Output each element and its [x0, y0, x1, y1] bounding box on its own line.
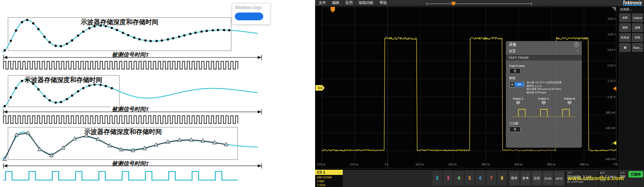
function-button-1[interactable]: 数学	[509, 171, 519, 185]
menu-item-5[interactable]: 帮助	[379, 0, 387, 6]
fastframe-info: 最大值 =72.727 k 使用当前设置帧时长:1.1 μs帧分辨率:160 p…	[527, 81, 578, 94]
voltage-label: 3.52 V	[597, 17, 616, 20]
tektronix-logo-accent	[623, 5, 642, 6]
fastframe-info-line: 帧时长:1.1 μs	[527, 85, 578, 88]
more-button[interactable]: More...	[632, 43, 643, 52]
oscilloscope-app: 文件编辑应用辅助功能帮助 Tektronix 3.52 V3.08 V2.64 …	[315, 0, 644, 187]
sidebar-button-4[interactable]: 搜索	[632, 23, 643, 32]
frame-marker-icon	[542, 101, 546, 105]
voltage-label: 1.76 V	[597, 79, 616, 82]
sidebar-button-5[interactable]: 结果表	[619, 33, 631, 42]
frames-preview: Frame 1Frame 2Frame N	[509, 97, 578, 105]
ime-tooltip-text: Windows logo	[235, 5, 268, 10]
menu-item-3[interactable]: 应用	[345, 0, 353, 6]
overview-right-cap	[531, 2, 532, 5]
voltage-label: 880 mV	[597, 111, 616, 114]
voltage-label: 440 mV	[597, 127, 616, 130]
memory-depth-diagram: 示波器存储深度和存储时间 被测信号时间T 示波器存储深度和存储时间 被测信号时间…	[0, 0, 272, 187]
function-button-4[interactable]: DVM	[543, 171, 553, 185]
menu-item-4[interactable]: 辅助功能	[359, 0, 373, 6]
frame-count-input[interactable]: ◆ 29	[509, 81, 524, 88]
trigger-label: 触发	[600, 171, 616, 175]
frame-column: Frame N	[564, 97, 575, 105]
time-label: -110 ns	[349, 163, 358, 166]
spinner-icon[interactable]: ◆	[510, 82, 515, 87]
watermark: www.cntronics.com	[568, 175, 624, 181]
overview-line	[426, 3, 532, 4]
ime-tooltip: Windows logo	[232, 3, 271, 25]
channel-2-button[interactable]: 2	[432, 171, 442, 185]
time-label: 440 ns	[514, 163, 523, 166]
panel2-title: 示波器存储深度和存储时间	[25, 76, 102, 84]
sidebar-button-3[interactable]: 测量	[619, 23, 631, 32]
menu-item-2[interactable]: 编辑	[332, 0, 339, 6]
ground-level-marker[interactable]	[613, 141, 616, 145]
panel3-sample-clock	[2, 168, 261, 184]
sidebar-button-6[interactable]: 绘图	[632, 33, 643, 42]
fastframe-section-header: FAST FRAME	[506, 55, 582, 60]
time-label: 550 ns	[547, 163, 556, 166]
expansion-point-icon[interactable]	[451, 2, 455, 6]
sidebar-button-1[interactable]: 光标	[619, 13, 631, 22]
channel1-name: Ch 1	[315, 170, 343, 175]
channel-buttons: 2345678	[432, 171, 507, 185]
voltage-label: 3.08 V	[597, 33, 616, 36]
fastframe-info-line: 帧分辨率:160 ps/pt (6.25 GS/s)	[527, 88, 578, 91]
help-icon[interactable]: ?	[574, 42, 579, 47]
menu-item-1[interactable]: 文件	[319, 0, 326, 6]
frame-count-value: 29	[515, 82, 524, 87]
trigger-level-marker[interactable]	[613, 86, 616, 91]
frame-name: Frame 1	[513, 97, 523, 100]
plots-icon-button[interactable]: ▦	[619, 43, 631, 52]
record-overview-bar[interactable]	[426, 1, 532, 6]
acquisition-label: 采集	[620, 171, 626, 175]
fastframe-toggle[interactable]: 关	[509, 68, 521, 74]
channel-3-button[interactable]: 3	[443, 171, 453, 185]
time-label: 110 ns	[415, 163, 423, 166]
summary-frame-label: 汇总帧	[509, 121, 578, 126]
panel2-sample-clock	[2, 114, 244, 126]
channel-5-button[interactable]: 5	[465, 171, 474, 185]
horizontal-label: 水平	[567, 171, 596, 175]
channel1-impedance: 1 MΩ	[317, 179, 341, 183]
panel1-title: 示波器存储深度和存储时间	[81, 18, 158, 26]
frame-marker-icon	[568, 101, 571, 105]
channel-7-button[interactable]: 7	[486, 171, 496, 185]
time-label: 330 ns	[481, 163, 490, 166]
frame-name: Frame N	[564, 97, 575, 100]
voltage-label: -440 mV	[597, 158, 616, 161]
overview-left-cap	[426, 2, 427, 5]
settings-row[interactable]: 设置 >	[509, 49, 579, 54]
chevron-right-icon: >	[577, 49, 579, 54]
frame-column: Frame 2	[538, 97, 549, 105]
dialog-title: 采集	[509, 42, 517, 48]
time-label: 0 s	[385, 163, 388, 166]
function-button-3[interactable]: 总线	[532, 171, 542, 185]
screenshot: 示波器存储深度和存储时间 被测信号时间T 示波器存储深度和存储时间 被测信号时间…	[0, 0, 644, 187]
fastframe-info-line: 最大值 =72.727 k 使用当前设置	[527, 81, 578, 85]
add-new-button[interactable]: 添加新...	[620, 7, 643, 12]
frames-preview-waveform	[511, 106, 577, 119]
channel1-badge[interactable]: Ch 1 440 mV/div 1 MΩ 1 GHz	[315, 170, 343, 187]
fastframe-info-line: 帧长度:6.875 kpts	[527, 91, 578, 95]
voltage-label: 1.32 V	[597, 95, 616, 98]
summary-frame-toggle[interactable]: 关	[509, 127, 521, 132]
function-button-5[interactable]: AFG	[554, 171, 564, 185]
triggered-button[interactable]: 已触发	[628, 171, 643, 177]
panel3-title: 示波器存储深度和存储时间	[84, 128, 162, 136]
channel1-scale: 440 mV/div	[317, 175, 341, 179]
time-label: -220 ns	[316, 163, 325, 166]
settings-label: 设置	[509, 49, 516, 54]
panel1-waveform	[2, 11, 261, 53]
channel-4-button[interactable]: 4	[454, 171, 464, 185]
function-button-2[interactable]: 参考	[521, 171, 530, 185]
channel-6-button[interactable]: 6	[476, 171, 485, 185]
frame-count-label: 帧数	[509, 76, 578, 80]
frame-name: Frame 2	[538, 97, 549, 100]
channel1-bandwidth: 1 GHz	[317, 183, 341, 187]
channel-8-button[interactable]: 8	[497, 171, 507, 185]
right-sidebar: 添加新... 光标Callout测量搜索结果表绘图▦More...	[618, 6, 644, 170]
voltage-label: 2.20 V	[597, 64, 616, 67]
sidebar-button-2[interactable]: Callout	[632, 13, 643, 22]
tooltip-action-button[interactable]	[235, 13, 263, 20]
